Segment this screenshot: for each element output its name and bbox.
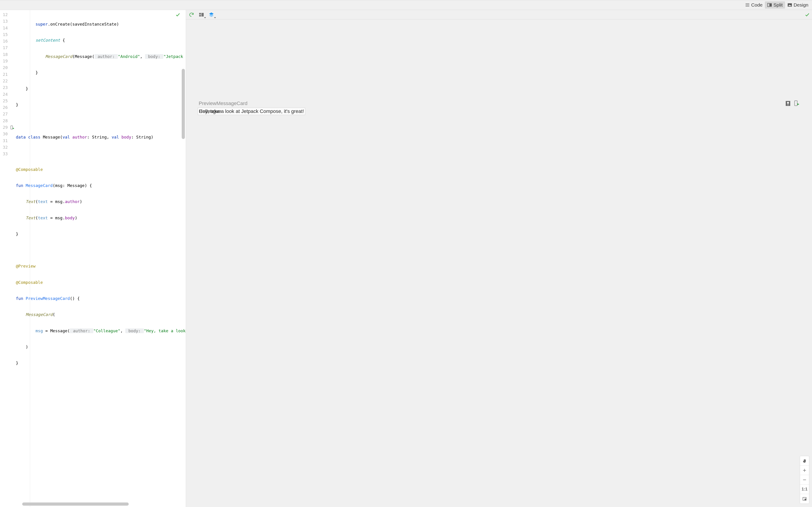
deploy-preview-button[interactable] [794,100,799,106]
code-token: "Hey, take a look at [144,328,186,333]
view-mode-toolbar: Code Split Design [0,0,812,10]
code-token: = Message( [43,328,70,333]
preview-composable-name: PreviewMessageCard [199,101,247,106]
editor-horizontal-scrollbar[interactable] [22,502,129,506]
line-number: 14 [0,25,16,31]
line-number: 19 [0,58,16,64]
code-token: @Preview [16,264,36,269]
preview-ok-check-icon[interactable] [805,12,810,17]
zoom-ratio-label: 1:1 [802,487,807,492]
line-number: 16 [0,38,16,44]
line-number: 27 [0,111,16,117]
code-token: val [112,135,119,139]
code-token: { [60,38,65,43]
code-editor-pane: 12 13 14 15 16 17 18 19 20 21 22 23 24 2… [0,10,186,507]
run-preview-gutter-icon[interactable] [10,125,14,130]
code-token: MessageCard [23,183,53,188]
chevron-down-icon [214,17,216,18]
zoom-out-button[interactable] [800,475,809,485]
code-token: , [120,328,125,333]
code-token: "Jetpack Com [163,54,186,59]
refresh-preview-button[interactable] [188,11,195,18]
inlay-hint: body: [125,328,144,333]
svg-marker-18 [797,103,799,105]
line-number: 24 [0,91,16,98]
code-token: "Colleague" [93,328,120,333]
touch-icon [785,101,791,106]
hand-icon [802,458,807,463]
preview-rendered-output[interactable]: Colleague Hey, take a look at Jetpack Co… [198,108,305,115]
code-token: } [16,102,18,107]
line-number: 13 [0,18,16,24]
surface-options-button[interactable] [208,11,214,18]
pan-tool-button[interactable] [800,456,809,465]
zoom-in-button[interactable] [800,465,809,475]
line-number: 29 [0,124,16,130]
zoom-reset-button[interactable]: 1:1 [800,485,809,494]
zoom-fit-button[interactable] [800,494,809,504]
code-token: ( [36,199,38,204]
code-token: : String, [87,135,111,139]
code-token: ) [75,216,77,220]
code-token: () { [70,296,80,301]
line-number-gutter: 12 13 14 15 16 17 18 19 20 21 22 23 24 2… [0,10,16,507]
svg-rect-10 [199,15,201,16]
zoom-controls: 1:1 [800,456,809,504]
code-token: val [62,135,70,139]
code-token: super [36,22,48,26]
code-token: , [140,54,145,59]
code-token: PreviewMessageCard [23,296,70,301]
code-token: .onCreate(savedInstanceState) [48,22,119,26]
refresh-icon [189,12,194,17]
code-token: fun [16,296,23,301]
code-token: } [16,232,18,236]
no-problems-check-icon[interactable] [175,12,180,17]
code-token: text [38,216,48,220]
line-number: 28 [0,117,16,124]
layout-options-button[interactable] [198,11,205,18]
interactive-preview-button[interactable] [785,100,791,106]
code-token: ( [36,216,38,220]
code-token: fun [16,183,23,188]
editor-vertical-scrollbar[interactable] [182,69,185,139]
line-number: 21 [0,71,16,78]
preview-toolbar [186,10,812,19]
code-token: (Message( [72,54,95,59]
code-token: } [16,360,18,365]
view-tab-split[interactable]: Split [765,1,785,9]
code-token: author [70,135,87,139]
code-token: data [16,135,26,139]
list-icon [745,2,750,7]
svg-rect-9 [199,13,201,14]
image-icon [787,2,792,7]
line-number: 22 [0,78,16,84]
preview-canvas[interactable]: PreviewMessageCard Colleague Hey, take a… [186,19,812,507]
preview-action-icons [785,100,799,106]
line-number: 31 [0,137,16,144]
code-token: ) [26,344,28,349]
inlay-hint: author: [70,328,93,333]
code-token: @Composable [16,167,43,172]
code-text-area[interactable]: super.onCreate(savedInstanceState) setCo… [16,10,186,507]
code-token: author [65,199,80,204]
code-token: body [65,216,75,220]
code-token: Text [26,216,35,220]
view-tab-label: Code [751,2,763,8]
code-token: } [36,70,38,75]
code-token: ) [80,199,82,204]
svg-marker-13 [209,14,214,17]
view-tab-code[interactable]: Code [743,1,765,9]
code-token: text [38,199,48,204]
view-tab-design[interactable]: Design [785,1,811,9]
inlay-hint: author: [95,54,118,59]
line-number: 12 [0,11,16,18]
svg-rect-23 [805,499,806,500]
code-token: body [119,135,131,139]
view-tab-label: Split [773,2,783,8]
line-number: 25 [0,98,16,104]
svg-rect-16 [788,103,788,106]
chevron-down-icon [204,17,206,18]
view-tab-label: Design [794,2,808,8]
compose-preview-pane: PreviewMessageCard Colleague Hey, take a… [186,10,812,507]
inlay-hint: body: [145,54,164,59]
